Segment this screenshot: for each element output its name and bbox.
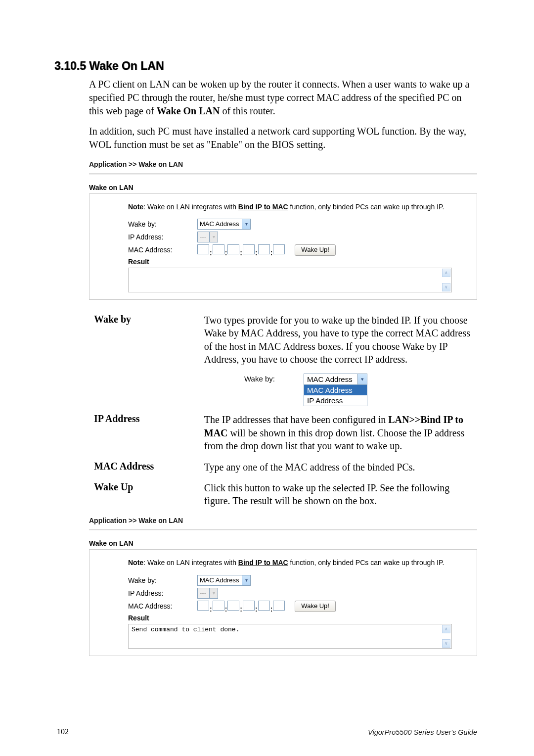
divider-2	[89, 529, 477, 530]
term-ip-address: IP Address	[94, 413, 202, 425]
scroll-down-icon[interactable]: ∨	[442, 639, 450, 648]
chevron-down-icon: ▾	[209, 588, 218, 598]
chevron-down-icon: ▾	[209, 232, 218, 242]
note-label: Note	[128, 203, 143, 211]
panel-title-1: Wake on LAN	[89, 184, 477, 191]
mac-oct-5[interactable]	[258, 244, 270, 254]
term-wake-by: Wake by	[94, 314, 202, 325]
footer-title: VigorPro5500 Series User's Guide	[368, 728, 477, 736]
result-label-2: Result	[128, 614, 452, 622]
mac2-oct-2[interactable]	[213, 601, 224, 611]
note-label-2: Note	[128, 559, 143, 567]
result-box-2: Send command to client done. ∧ ∨	[128, 624, 452, 649]
wake-by-select-value-2: MAC Address	[198, 575, 242, 585]
mac2-oct-1[interactable]	[197, 601, 209, 611]
page-number: 102	[57, 727, 69, 736]
mac2-oct-5[interactable]	[258, 601, 270, 611]
wake-on-lan-panel-2: Note: Wake on LAN integrates with Bind I…	[89, 549, 477, 656]
mac2-oct-6[interactable]	[273, 601, 285, 611]
para1-b: of this router.	[220, 105, 275, 116]
note-text-2: Note: Wake on LAN integrates with Bind I…	[128, 558, 452, 567]
note-b-2: function, only binded PCs can wake up th…	[288, 559, 445, 567]
mac-oct-1[interactable]	[197, 244, 209, 254]
wake-by-option-ip[interactable]: IP Address	[304, 395, 367, 406]
note-b: function, only binded PCs can wake up th…	[288, 203, 445, 211]
divider-1	[89, 173, 477, 175]
intro-para-2: In addition, such PC must have installed…	[89, 125, 477, 151]
wake-up-button-2[interactable]: Wake Up!	[295, 601, 336, 612]
ip-desc-b: will be shown in this drop down list. Ch…	[204, 427, 464, 451]
mac-address-label-2: MAC Address:	[128, 602, 197, 610]
desc-wake-up: Click this button to wake up the selecte…	[204, 481, 475, 508]
section-heading: 3.10.5 Wake On LAN	[54, 59, 477, 73]
mac-address-inputs: :::::	[197, 244, 285, 256]
wake-by-option-mac[interactable]: MAC Address	[304, 385, 367, 395]
ip-desc-a: The IP addresses that have been configur…	[204, 414, 388, 425]
term-mac-address: MAC Address	[94, 461, 202, 472]
chevron-down-icon: ▾	[242, 219, 250, 229]
panel-title-2: Wake on LAN	[89, 539, 477, 547]
chevron-down-icon: ▾	[357, 374, 367, 384]
intro-para-1: A PC client on LAN can be woken up by th…	[89, 78, 477, 118]
ip-address-label-2: IP Address:	[128, 589, 197, 597]
mac-address-label: MAC Address:	[128, 246, 197, 254]
note-text-1: Note: Wake on LAN integrates with Bind I…	[128, 202, 452, 212]
wake-by-dropdown-figure: Wake by: MAC Address ▾ MAC Address IP Ad…	[244, 374, 477, 406]
note-a: : Wake on LAN integrates with	[143, 203, 238, 211]
scroll-up-icon[interactable]: ∧	[442, 269, 450, 277]
mac2-oct-4[interactable]	[243, 601, 255, 611]
para1-a: A PC client on LAN can be woken up by th…	[89, 79, 469, 116]
mac-oct-3[interactable]	[227, 244, 239, 254]
wake-by-label: Wake by:	[128, 220, 197, 228]
ip-address-label: IP Address:	[128, 233, 197, 241]
wake-up-button[interactable]: Wake Up!	[295, 244, 336, 256]
wake-by-option-top: MAC Address	[304, 374, 357, 384]
ip-address-select-value: ---	[198, 232, 209, 242]
wake-by-open-dropdown[interactable]: MAC Address ▾ MAC Address IP Address	[304, 374, 367, 406]
term-wake-up: Wake Up	[94, 481, 202, 493]
note-a-2: : Wake on LAN integrates with	[143, 559, 238, 567]
mac-oct-6[interactable]	[273, 244, 285, 254]
chevron-down-icon: ▾	[242, 575, 250, 585]
wake-by-figure-label: Wake by:	[244, 374, 304, 383]
result-text-2: Send command to client done.	[132, 626, 239, 633]
wake-on-lan-panel-1: Note: Wake on LAN integrates with Bind I…	[89, 193, 477, 300]
definitions-block: Wake by Two types provide for you to wak…	[94, 314, 477, 508]
ip-address-select[interactable]: --- ▾	[197, 232, 218, 242]
result-box-1: ∧ ∨	[128, 268, 452, 292]
desc-ip-address: The IP addresses that have been configur…	[204, 413, 475, 452]
breadcrumb-2: Application >> Wake on LAN	[89, 517, 477, 524]
mac-address-inputs-2: :::::	[197, 601, 285, 612]
wake-by-select-2[interactable]: MAC Address ▾	[197, 575, 251, 586]
scroll-up-icon[interactable]: ∧	[442, 625, 450, 633]
para1-bold: Wake On LAN	[157, 105, 220, 116]
bind-ip-to-mac-link-2[interactable]: Bind IP to MAC	[238, 559, 288, 567]
ip-address-select-2[interactable]: --- ▾	[197, 588, 218, 599]
wake-by-label-2: Wake by:	[128, 576, 197, 584]
scroll-down-icon[interactable]: ∨	[442, 283, 450, 291]
mac2-oct-3[interactable]	[227, 601, 239, 611]
desc-mac-address: Type any one of the MAC address of the b…	[204, 461, 475, 473]
mac-oct-2[interactable]	[213, 244, 224, 254]
bind-ip-to-mac-link[interactable]: Bind IP to MAC	[238, 203, 288, 211]
wake-by-select-value: MAC Address	[198, 219, 242, 229]
desc-wake-by: Two types provide for you to wake up the…	[204, 314, 475, 366]
result-label-1: Result	[128, 258, 452, 266]
ip-address-select-value-2: ---	[198, 588, 209, 598]
wake-by-select[interactable]: MAC Address ▾	[197, 219, 251, 230]
mac-oct-4[interactable]	[243, 244, 255, 254]
breadcrumb-1: Application >> Wake on LAN	[89, 160, 477, 168]
